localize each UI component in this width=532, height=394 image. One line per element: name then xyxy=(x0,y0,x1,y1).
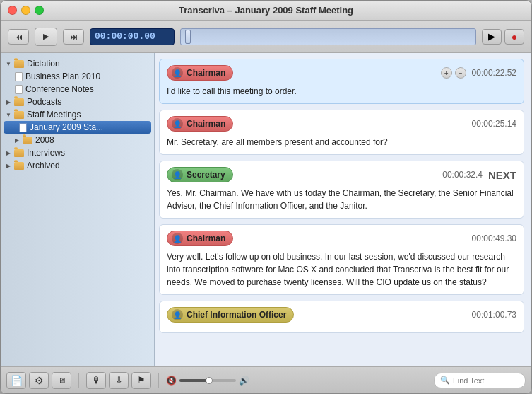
sidebar-item-2008[interactable]: ▶ 2008 xyxy=(1,134,154,146)
transcript-content: 👤 Chairman + − 00:00:22.52 I'd like to c… xyxy=(155,53,531,366)
speaker-name-3: Secretary xyxy=(187,170,225,180)
traffic-lights xyxy=(8,6,44,15)
sidebar-item-dictation[interactable]: ▼ Dictation xyxy=(1,57,154,70)
folder-icon-2008 xyxy=(23,137,32,144)
transcript-entry-2[interactable]: 👤 Chairman 00:00:25.14 Mr. Secretary, ar… xyxy=(159,110,524,155)
sidebar-item-business-plan[interactable]: Business Plan 2010 xyxy=(1,70,154,83)
maximize-button[interactable] xyxy=(35,6,44,15)
sidebar-label-business-plan: Business Plan 2010 xyxy=(25,71,100,81)
volume-fill xyxy=(179,379,208,382)
volume-slider[interactable]: 🔇 🔊 xyxy=(166,376,249,386)
entry-2-header: 👤 Chairman 00:00:25.14 xyxy=(167,116,516,132)
speaker-icon-4: 👤 xyxy=(172,233,183,244)
speaker-buttons: 🎙 ⇩ ⚑ xyxy=(86,372,151,389)
fast-forward-button[interactable]: ⏭ xyxy=(63,29,84,45)
sidebar-item-conference-notes[interactable]: Conference Notes xyxy=(1,83,154,95)
folder-icon-staff-meetings xyxy=(14,111,24,119)
bottom-toolbar: 📄 ⚙ 🖥 🎙 ⇩ ⚑ 🔇 🔊 🔍 xyxy=(1,366,531,393)
speaker-badge-secretary[interactable]: 👤 Secretary xyxy=(167,167,233,182)
folder-icon-archived xyxy=(14,162,24,170)
entry-3-header: 👤 Secretary 00:00:32.4 NEXT xyxy=(167,167,516,182)
volume-thumb[interactable] xyxy=(206,377,213,384)
separator-2 xyxy=(158,373,159,388)
transcript-entry-5[interactable]: 👤 Chief Information Officer 00:01:00.73 xyxy=(159,301,524,333)
speaker-name-2: Chairman xyxy=(187,119,225,129)
sidebar-item-interviews[interactable]: ▶ Interviews xyxy=(1,146,154,159)
entry-1-controls: + − xyxy=(441,67,466,79)
sidebar-label-podcasts: Podcasts xyxy=(27,97,61,107)
speaker-badge-chairman-3[interactable]: 👤 Chairman xyxy=(167,231,233,246)
minimize-button[interactable] xyxy=(21,6,30,15)
entry-2-time: 00:00:25.14 xyxy=(472,119,516,129)
entry-3-time: 00:00:32.4 xyxy=(442,170,483,180)
doc-icon-conference-notes xyxy=(15,85,23,94)
entry-5-header: 👤 Chief Information Officer 00:01:00.73 xyxy=(167,307,516,323)
add-btn-1[interactable]: + xyxy=(441,67,452,79)
transcript-entry-4[interactable]: 👤 Chairman 00:00:49.30 Very well. Let's … xyxy=(159,224,524,295)
search-box[interactable]: 🔍 xyxy=(434,373,526,388)
toolbar: ⏮ ▶ ⏭ 00:00:00.00 ▶ ● xyxy=(1,21,531,53)
sidebar-item-archived[interactable]: ▶ Archived xyxy=(1,159,154,172)
speaker-name-4: Chairman xyxy=(187,233,225,243)
sidebar-label-archived: Archived xyxy=(27,161,60,170)
sidebar-label-interviews: Interviews xyxy=(27,148,65,158)
volume-track[interactable] xyxy=(179,379,236,382)
next-label: NEXT xyxy=(488,169,516,181)
progress-thumb[interactable] xyxy=(185,30,191,44)
titlebar: Transcriva – January 2009 Staff Meeting xyxy=(1,1,531,21)
entry-1-header: 👤 Chairman + − 00:00:22.52 xyxy=(167,65,516,81)
play-button[interactable]: ▶ xyxy=(35,28,57,46)
sidebar-label-2008: 2008 xyxy=(35,135,54,145)
sidebar-label-dictation: Dictation xyxy=(27,59,60,69)
doc-icon-jan-2009 xyxy=(19,123,27,132)
play-large-button[interactable]: ▶ xyxy=(482,29,502,45)
sidebar-item-podcasts[interactable]: ▶ Podcasts xyxy=(1,95,154,108)
view-buttons: 📄 ⚙ 🖥 xyxy=(6,372,71,389)
folder-icon-interviews xyxy=(14,149,24,157)
assign-button[interactable]: ⇩ xyxy=(109,372,129,389)
entry-2-text: Mr. Secretary, are all members present a… xyxy=(167,136,516,149)
entry-4-header: 👤 Chairman 00:00:49.30 xyxy=(167,231,516,246)
sidebar-item-jan-2009[interactable]: January 2009 Sta... xyxy=(4,121,151,134)
speaker-badge-chairman-2[interactable]: 👤 Chairman xyxy=(167,116,233,132)
remove-btn-1[interactable]: − xyxy=(455,67,466,79)
add-speaker-button[interactable]: 🎙 xyxy=(86,372,106,389)
record-button[interactable]: ● xyxy=(504,29,524,45)
sidebar-label-conference-notes: Conference Notes xyxy=(25,84,94,94)
search-input[interactable] xyxy=(453,376,516,385)
gear-button[interactable]: ⚙ xyxy=(29,372,49,389)
speaker-name-1: Chairman xyxy=(187,68,225,78)
mute-icon: 🔇 xyxy=(166,376,177,386)
disclosure-2008: ▶ xyxy=(13,137,20,144)
speaker-badge-chairman-1[interactable]: 👤 Chairman xyxy=(167,65,233,81)
sidebar: ▼ Dictation Business Plan 2010 Conferenc… xyxy=(1,53,155,366)
progress-bar[interactable] xyxy=(180,28,476,45)
disclosure-interviews: ▶ xyxy=(5,149,12,156)
speaker-icon-5: 👤 xyxy=(172,309,183,320)
sidebar-item-staff-meetings[interactable]: ▼ Staff Meetings xyxy=(1,108,154,121)
disclosure-archived: ▶ xyxy=(5,162,12,169)
sidebar-label-staff-meetings: Staff Meetings xyxy=(27,110,81,120)
app-window: Transcriva – January 2009 Staff Meeting … xyxy=(0,0,532,394)
speaker-badge-cio[interactable]: 👤 Chief Information Officer xyxy=(167,307,294,323)
entry-4-time: 00:00:49.30 xyxy=(472,233,516,243)
entry-5-time: 00:01:00.73 xyxy=(472,310,516,320)
entry-1-text: I'd like to call this meeting to order. xyxy=(167,85,516,98)
doc-icon-business-plan xyxy=(15,72,23,81)
disclosure-dictation: ▼ xyxy=(5,60,12,67)
display-button[interactable]: 🖥 xyxy=(52,372,71,389)
close-button[interactable] xyxy=(8,6,17,15)
flag-button[interactable]: ⚑ xyxy=(131,372,151,389)
sidebar-label-jan-2009: January 2009 Sta... xyxy=(30,122,103,132)
transcript-entry-1[interactable]: 👤 Chairman + − 00:00:22.52 I'd like to c… xyxy=(159,59,524,104)
speaker-icon-2: 👤 xyxy=(172,118,183,129)
speaker-name-5: Chief Information Officer xyxy=(187,310,286,320)
transcript-entry-3[interactable]: 👤 Secretary 00:00:32.4 NEXT Yes, Mr. Cha… xyxy=(159,161,524,219)
folder-icon-podcasts xyxy=(14,98,24,106)
timecode-display: 00:00:00.00 xyxy=(90,28,175,45)
entry-4-text: Very well. Let's follow up on old busine… xyxy=(167,250,516,289)
separator-1 xyxy=(78,373,79,388)
doc-view-button[interactable]: 📄 xyxy=(6,372,26,389)
record-controls: ▶ ● xyxy=(482,29,524,45)
rewind-button[interactable]: ⏮ xyxy=(8,29,29,45)
